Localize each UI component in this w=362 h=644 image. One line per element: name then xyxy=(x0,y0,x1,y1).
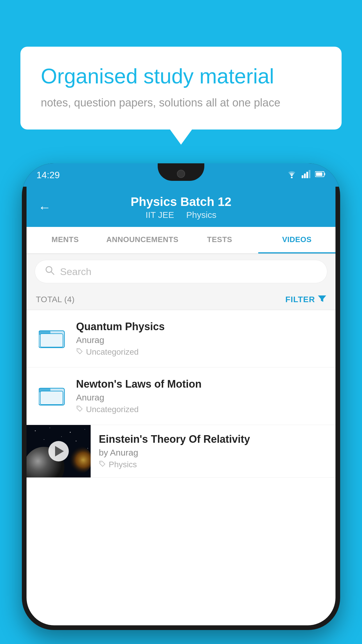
search-input[interactable]: Search xyxy=(60,266,92,277)
svg-line-9 xyxy=(51,272,54,274)
header-main-title: Physics Batch 12 xyxy=(57,195,305,209)
svg-rect-13 xyxy=(40,334,63,347)
video-author: Anurag xyxy=(76,335,326,345)
filter-icon xyxy=(318,294,326,304)
phone-wrapper: 14:29 xyxy=(22,163,340,630)
svg-point-32 xyxy=(101,462,101,463)
video-title: Quantum Physics xyxy=(76,321,326,333)
phone-screen: ← Physics Batch 12 IIT JEE Physics MENTS… xyxy=(27,187,335,625)
signal-icon xyxy=(302,170,310,180)
app-header: ← Physics Batch 12 IIT JEE Physics xyxy=(27,187,335,227)
tag-icon xyxy=(76,347,83,357)
header-subtitle-part1: IIT JEE xyxy=(146,210,174,220)
svg-rect-7 xyxy=(316,172,322,176)
header-title-block: Physics Batch 12 IIT JEE Physics xyxy=(57,195,305,220)
status-icons xyxy=(287,170,326,180)
wifi-icon xyxy=(287,170,297,180)
speech-bubble-subtitle: notes, question papers, solutions all at… xyxy=(41,97,321,109)
header-subtitle-sep xyxy=(177,210,184,220)
svg-rect-2 xyxy=(304,174,306,178)
svg-point-28 xyxy=(61,436,62,437)
tag-icon xyxy=(76,405,83,414)
tag-label: Physics xyxy=(109,460,137,469)
search-bar[interactable]: Search xyxy=(35,260,327,283)
svg-rect-1 xyxy=(302,175,303,178)
svg-point-14 xyxy=(78,349,79,350)
battery-icon xyxy=(315,170,326,180)
search-icon xyxy=(45,265,55,278)
folder-thumb xyxy=(36,378,68,410)
back-button[interactable]: ← xyxy=(38,200,51,215)
svg-point-20 xyxy=(35,430,36,431)
tag-label: Uncategorized xyxy=(86,405,139,414)
tag-label: Uncategorized xyxy=(86,347,139,357)
list-item[interactable]: Quantum Physics Anurag Uncategorized xyxy=(27,310,335,368)
svg-point-25 xyxy=(76,441,77,442)
filter-row: TOTAL (4) FILTER xyxy=(27,289,335,310)
video-tag: Uncategorized xyxy=(76,405,326,414)
svg-point-23 xyxy=(85,429,85,430)
folder-thumb xyxy=(36,321,68,353)
svg-point-22 xyxy=(70,432,71,433)
svg-rect-4 xyxy=(309,170,310,178)
status-time: 14:29 xyxy=(36,170,60,181)
speech-bubble: Organised study material notes, question… xyxy=(20,47,342,130)
tab-ments[interactable]: MENTS xyxy=(27,227,104,253)
video-info: Newton's Laws of Motion Anurag Uncategor… xyxy=(76,378,326,414)
svg-point-18 xyxy=(78,407,79,408)
svg-point-21 xyxy=(50,428,50,428)
svg-point-0 xyxy=(291,177,293,178)
tab-videos[interactable]: VIDEOS xyxy=(258,227,335,253)
tag-icon xyxy=(99,460,106,469)
video-title: Einstein's Theory Of Relativity xyxy=(99,433,326,445)
video-thumbnail xyxy=(27,425,91,477)
filter-button[interactable]: FILTER xyxy=(285,294,326,304)
svg-rect-17 xyxy=(40,391,63,405)
header-subtitle: IIT JEE Physics xyxy=(57,210,305,220)
front-camera xyxy=(177,170,185,178)
video-author: Anurag xyxy=(76,393,326,402)
tab-announcements[interactable]: ANNOUNCEMENTS xyxy=(104,227,181,253)
total-count: TOTAL (4) xyxy=(36,295,75,304)
filter-label: FILTER xyxy=(285,295,315,304)
speech-bubble-title: Organised study material xyxy=(41,64,321,88)
play-button[interactable] xyxy=(48,441,69,461)
video-title: Newton's Laws of Motion xyxy=(76,378,326,390)
svg-point-24 xyxy=(44,439,44,440)
search-bar-wrap: Search xyxy=(27,254,335,289)
svg-point-26 xyxy=(87,448,88,449)
video-info: Quantum Physics Anurag Uncategorized xyxy=(76,321,326,357)
video-list: Quantum Physics Anurag Uncategorized xyxy=(27,310,335,478)
video-tag: Uncategorized xyxy=(76,347,326,357)
video-tag: Physics xyxy=(99,460,326,469)
tabs-bar: MENTS ANNOUNCEMENTS TESTS VIDEOS xyxy=(27,227,335,254)
phone-notch xyxy=(158,163,204,181)
list-item[interactable]: Newton's Laws of Motion Anurag Uncategor… xyxy=(27,368,335,425)
svg-rect-6 xyxy=(324,173,325,175)
video-author: by Anurag xyxy=(99,448,326,458)
play-triangle-icon xyxy=(55,446,64,456)
svg-marker-10 xyxy=(318,295,326,302)
tab-tests[interactable]: TESTS xyxy=(181,227,258,253)
phone-body: 14:29 xyxy=(22,163,340,630)
video-info: Einstein's Theory Of Relativity by Anura… xyxy=(91,425,326,477)
header-subtitle-part2: Physics xyxy=(186,210,216,220)
svg-rect-3 xyxy=(306,172,308,178)
list-item[interactable]: Einstein's Theory Of Relativity by Anura… xyxy=(27,425,335,478)
